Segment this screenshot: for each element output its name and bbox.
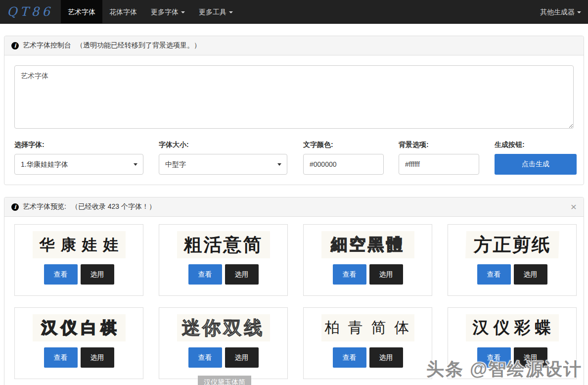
view-button[interactable]: 查看 <box>188 347 222 368</box>
font-preview-image: 汉仪白棋 <box>33 314 126 341</box>
font-card: 汉仪白棋 查看 选用 <box>14 307 143 379</box>
card-buttons: 查看 选用 <box>159 264 287 285</box>
font-select[interactable]: 1.华康娃娃字体 <box>14 154 143 175</box>
nav-item-label: 更多工具 <box>199 8 226 16</box>
font-preview-image: 迷你双线 <box>177 314 270 341</box>
generate-field: 生成按钮: 点击生成 <box>495 141 577 175</box>
console-panel: i 艺术字体控制台 （透明功能已经转移到了背景选项里。） 艺术字体 选择字体: … <box>4 36 584 185</box>
font-card: 細空黑體 查看 选用 <box>303 224 432 296</box>
text-color-input[interactable] <box>303 154 384 175</box>
chevron-down-icon <box>181 11 185 13</box>
console-panel-header: i 艺术字体控制台 （透明功能已经转移到了背景选项里。） <box>4 36 584 55</box>
info-icon: i <box>11 203 19 211</box>
view-button[interactable]: 查看 <box>188 264 222 285</box>
nav-item-label: 其他生成器 <box>540 8 575 16</box>
status-tooltip: 汉仪黛玉体简 <box>198 376 251 385</box>
use-button[interactable]: 选用 <box>225 264 259 285</box>
card-buttons: 查看 选用 <box>15 347 143 368</box>
close-icon[interactable]: × <box>571 203 577 211</box>
use-button[interactable]: 选用 <box>369 264 403 285</box>
chevron-down-icon <box>134 163 137 166</box>
font-preview-image: 汉仪彩蝶 <box>466 314 559 341</box>
nav-item-more-tools[interactable]: 更多工具 <box>192 0 240 23</box>
font-card: 迷你双线 查看 选用 <box>159 307 288 379</box>
card-buttons: 查看 选用 <box>448 347 576 368</box>
nav-item-label: 更多字体 <box>151 8 179 16</box>
use-button[interactable]: 选用 <box>225 347 259 368</box>
top-navbar: QT86 艺术字体 花体字体 更多字体 更多工具 其他生成器 <box>0 0 588 24</box>
nav-item-label: 艺术字体 <box>68 8 95 16</box>
art-text-input[interactable]: 艺术字体 <box>14 65 574 129</box>
info-icon: i <box>11 42 19 49</box>
generate-button[interactable]: 点击生成 <box>495 154 577 175</box>
console-panel-subtitle: （透明功能已经转移到了背景选项里。） <box>76 41 201 50</box>
font-select-field: 选择字体: 1.华康娃娃字体 <box>14 141 143 175</box>
font-preview-image: 粗活意简 <box>177 231 270 258</box>
site-logo[interactable]: QT86 <box>0 0 61 23</box>
generate-label: 生成按钮: <box>495 141 577 149</box>
background-option-field: 背景选项: <box>399 141 479 175</box>
nav-item-label: 花体字体 <box>109 8 137 16</box>
preview-panel-header: i 艺术字体预览: （已经收录 423 个字体！） × <box>4 197 584 217</box>
font-preview-image: 华康娃娃 <box>33 231 126 258</box>
font-preview-image: 細空黑體 <box>321 231 414 258</box>
view-button[interactable]: 查看 <box>44 347 78 368</box>
use-button[interactable]: 选用 <box>81 264 114 285</box>
font-preview-image: 方正剪纸 <box>465 231 559 258</box>
chevron-down-icon <box>229 11 233 13</box>
background-option-label: 背景选项: <box>399 141 479 149</box>
font-select-value: 1.华康娃娃字体 <box>21 160 68 168</box>
use-button[interactable]: 选用 <box>514 347 547 368</box>
console-form-row: 选择字体: 1.华康娃娃字体 字体大小: 中型字 文字颜色: <box>14 141 574 175</box>
chevron-down-icon <box>577 11 581 13</box>
preview-panel-title: 艺术字体预览: <box>23 202 66 211</box>
console-panel-body: 艺术字体 选择字体: 1.华康娃娃字体 字体大小: 中型字 <box>4 55 584 185</box>
nav-item-more-fonts[interactable]: 更多字体 <box>144 0 192 23</box>
size-select[interactable]: 中型字 <box>159 154 287 175</box>
card-buttons: 查看 选用 <box>159 347 287 368</box>
background-option-input[interactable] <box>399 154 479 175</box>
font-card-grid: 华康娃娃 查看 选用 粗活意简 查看 选用 細空黑體 查看 选用 <box>4 217 584 385</box>
view-button[interactable]: 查看 <box>477 264 511 285</box>
card-buttons: 查看 选用 <box>304 264 432 285</box>
size-select-field: 字体大小: 中型字 <box>159 141 287 175</box>
nav-item-other-generators[interactable]: 其他生成器 <box>533 0 588 23</box>
console-panel-title: 艺术字体控制台 <box>23 41 71 50</box>
text-color-field: 文字颜色: <box>303 141 384 175</box>
view-button[interactable]: 查看 <box>44 264 78 285</box>
nav-item-script-font[interactable]: 花体字体 <box>102 0 144 23</box>
use-button[interactable]: 选用 <box>369 347 403 368</box>
view-button[interactable]: 查看 <box>333 264 366 285</box>
view-button[interactable]: 查看 <box>477 347 511 368</box>
nav-item-art-font[interactable]: 艺术字体 <box>61 0 102 23</box>
preview-panel-subtitle: （已经收录 423 个字体！） <box>71 202 156 211</box>
font-card: 华康娃娃 查看 选用 <box>14 224 143 296</box>
view-button[interactable]: 查看 <box>333 347 366 368</box>
size-select-value: 中型字 <box>165 160 186 168</box>
card-buttons: 查看 选用 <box>448 264 576 285</box>
size-select-label: 字体大小: <box>159 141 287 149</box>
card-buttons: 查看 选用 <box>304 347 432 368</box>
card-buttons: 查看 选用 <box>15 264 143 285</box>
font-preview-image: 柏青简体 <box>321 314 414 341</box>
font-card: 粗活意简 查看 选用 <box>159 224 288 296</box>
font-card: 柏青简体 查看 选用 <box>303 307 432 379</box>
font-card: 方正剪纸 查看 选用 <box>448 224 577 296</box>
preview-panel: i 艺术字体预览: （已经收录 423 个字体！） × 华康娃娃 查看 选用 粗… <box>4 197 584 385</box>
chevron-down-icon <box>277 163 281 166</box>
font-select-label: 选择字体: <box>14 141 143 149</box>
text-color-label: 文字颜色: <box>303 141 384 149</box>
font-card: 汉仪彩蝶 查看 选用 <box>448 307 577 379</box>
use-button[interactable]: 选用 <box>81 347 114 368</box>
use-button[interactable]: 选用 <box>514 264 547 285</box>
